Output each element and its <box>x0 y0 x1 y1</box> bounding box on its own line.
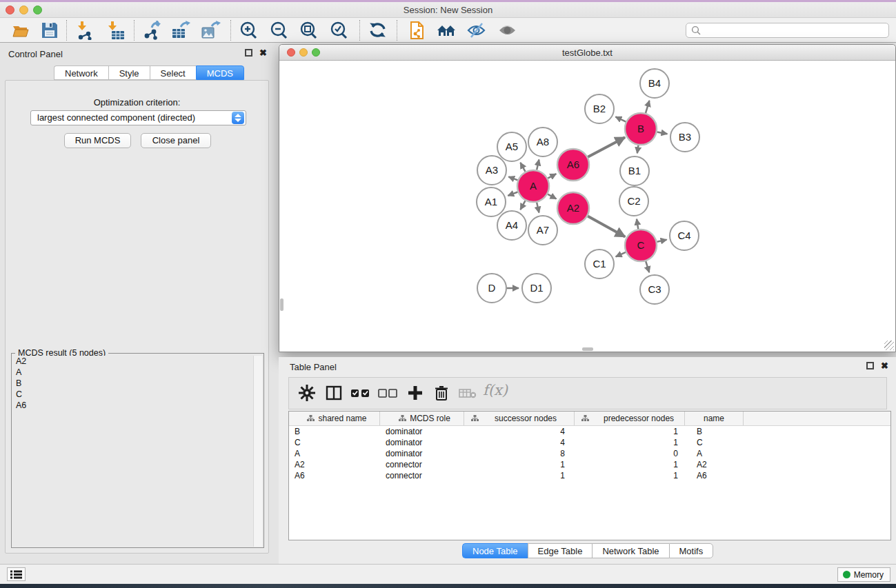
edge-C-C3[interactable] <box>646 261 649 272</box>
tab-select[interactable]: Select <box>150 65 196 80</box>
edge-A2-C[interactable] <box>588 216 625 237</box>
node-A6[interactable]: A6 <box>557 149 589 181</box>
node-A[interactable]: A <box>517 170 549 202</box>
edge-A-A5[interactable] <box>520 163 525 172</box>
hide-selection-icon[interactable] <box>466 21 487 40</box>
network-zoom-button[interactable] <box>312 48 320 57</box>
mcds-result-item[interactable]: A2 <box>13 356 255 367</box>
node-B4[interactable]: B4 <box>640 69 669 98</box>
window-resize-grip[interactable] <box>884 341 894 350</box>
close-table-panel-icon[interactable]: ✖ <box>881 362 888 369</box>
node-C4[interactable]: C4 <box>670 221 699 250</box>
edge-A-A6[interactable] <box>548 174 556 178</box>
zoom-selected-icon[interactable] <box>329 21 350 40</box>
canvas-vertical-scrollbar[interactable] <box>280 298 283 311</box>
add-column-icon[interactable] <box>406 384 424 405</box>
apply-layout-icon[interactable] <box>368 21 388 40</box>
search-input[interactable] <box>686 23 889 38</box>
export-image-icon[interactable] <box>201 21 221 40</box>
edge-B-B2[interactable] <box>615 116 626 121</box>
zoom-out-icon[interactable] <box>269 21 290 40</box>
show-all-icon[interactable] <box>497 21 518 40</box>
import-table-icon[interactable] <box>105 21 126 40</box>
edge-A-A8[interactable] <box>537 159 539 170</box>
edge-A-A2[interactable] <box>548 194 556 199</box>
tab-mcds[interactable]: MCDS <box>196 65 244 80</box>
node-C[interactable]: C <box>625 230 657 261</box>
mcds-result-scrollbar[interactable] <box>253 356 262 547</box>
float-table-panel-icon[interactable] <box>866 362 874 369</box>
node-B[interactable]: B <box>625 113 657 145</box>
node-A8[interactable]: A8 <box>528 128 557 156</box>
tab-motifs[interactable]: Motifs <box>669 543 714 558</box>
mcds-result-list[interactable]: A2ABCA6 <box>13 356 255 547</box>
float-panel-icon[interactable] <box>245 49 252 57</box>
column-header-successor-nodes[interactable]: successor nodes <box>464 412 575 425</box>
column-header-shared-name[interactable]: shared name <box>289 412 380 425</box>
column-header-mcds-role[interactable]: MCDS role <box>380 412 464 425</box>
node-D1[interactable]: D1 <box>522 274 551 303</box>
mcds-result-item[interactable]: B <box>13 378 255 389</box>
network-close-button[interactable] <box>287 48 295 57</box>
node-C2[interactable]: C2 <box>619 187 648 216</box>
import-network-icon[interactable] <box>74 21 95 40</box>
close-panel-button[interactable]: Close panel <box>141 133 211 148</box>
mcds-result-item[interactable]: A6 <box>13 400 255 411</box>
delete-columns-icon[interactable] <box>432 384 450 405</box>
edge-C-C4[interactable] <box>657 240 666 242</box>
settings-gear-icon[interactable] <box>298 384 316 405</box>
select-all-icon[interactable] <box>350 384 372 405</box>
tab-network-table[interactable]: Network Table <box>592 543 668 558</box>
edge-A-A1[interactable] <box>508 192 517 195</box>
column-header-name[interactable]: name <box>685 412 744 425</box>
edge-C-C1[interactable] <box>616 252 626 256</box>
network-canvas[interactable]: B4B2BB3A5A8A6B1A3AA1C2A2A4A7C4CC1C3DD1 <box>280 61 895 352</box>
edge-A-A3[interactable] <box>508 176 517 180</box>
mcds-result-item[interactable]: C <box>13 389 255 400</box>
show-panels-list-button[interactable] <box>7 567 26 581</box>
close-panel-icon[interactable]: ✖ <box>259 49 267 57</box>
run-mcds-button[interactable]: Run MCDS <box>64 133 131 148</box>
first-neighbors-icon[interactable] <box>436 21 457 40</box>
table-row[interactable]: Bdominator41B <box>289 426 890 437</box>
network-graph[interactable]: B4B2BB3A5A8A6B1A3AA1C2A2A4A7C4CC1C3DD1 <box>280 61 895 352</box>
edge-B-B1[interactable] <box>637 145 639 154</box>
tab-style[interactable]: Style <box>108 65 150 80</box>
edge-A-A4[interactable] <box>520 201 525 210</box>
table-row[interactable]: A6connector11A6 <box>289 470 890 481</box>
node-B3[interactable]: B3 <box>670 123 699 152</box>
node-B2[interactable]: B2 <box>585 94 614 123</box>
table-row[interactable]: Adominator80A <box>289 448 890 459</box>
network-minimize-button[interactable] <box>299 48 308 57</box>
zoom-window-button[interactable] <box>33 6 42 14</box>
edge-A-A7[interactable] <box>537 202 539 212</box>
node-C1[interactable]: C1 <box>585 250 614 278</box>
zoom-fit-icon[interactable] <box>299 21 319 40</box>
show-columns-icon[interactable] <box>325 384 343 405</box>
node-A4[interactable]: A4 <box>497 211 526 240</box>
edge-A6-B[interactable] <box>588 137 625 157</box>
close-window-button[interactable] <box>6 6 14 14</box>
node-table[interactable]: shared name MCDS role successor nodes pr… <box>288 411 891 540</box>
edge-C-C2[interactable] <box>637 219 638 230</box>
column-header-predecessor-nodes[interactable]: predecessor nodes <box>575 412 685 425</box>
memory-button[interactable]: Memory <box>837 567 890 582</box>
edge-B-B3[interactable] <box>657 132 668 134</box>
edge-B-B4[interactable] <box>646 101 649 113</box>
zoom-in-icon[interactable] <box>239 21 259 40</box>
tab-edge-table[interactable]: Edge Table <box>528 543 593 558</box>
open-session-icon[interactable] <box>11 21 32 40</box>
node-B1[interactable]: B1 <box>620 156 649 185</box>
export-table-icon[interactable] <box>171 21 192 40</box>
node-A3[interactable]: A3 <box>477 156 506 185</box>
export-network-icon[interactable] <box>142 21 163 40</box>
node-D[interactable]: D <box>477 274 506 303</box>
canvas-horizontal-scrollbar[interactable] <box>582 347 593 351</box>
node-A2[interactable]: A2 <box>557 192 589 224</box>
node-C3[interactable]: C3 <box>640 275 669 304</box>
node-A7[interactable]: A7 <box>528 216 557 245</box>
tab-node-table[interactable]: Node Table <box>462 543 528 558</box>
node-A5[interactable]: A5 <box>497 132 526 161</box>
mcds-result-item[interactable]: A <box>13 367 255 378</box>
new-network-from-selection-icon[interactable] <box>407 21 428 40</box>
